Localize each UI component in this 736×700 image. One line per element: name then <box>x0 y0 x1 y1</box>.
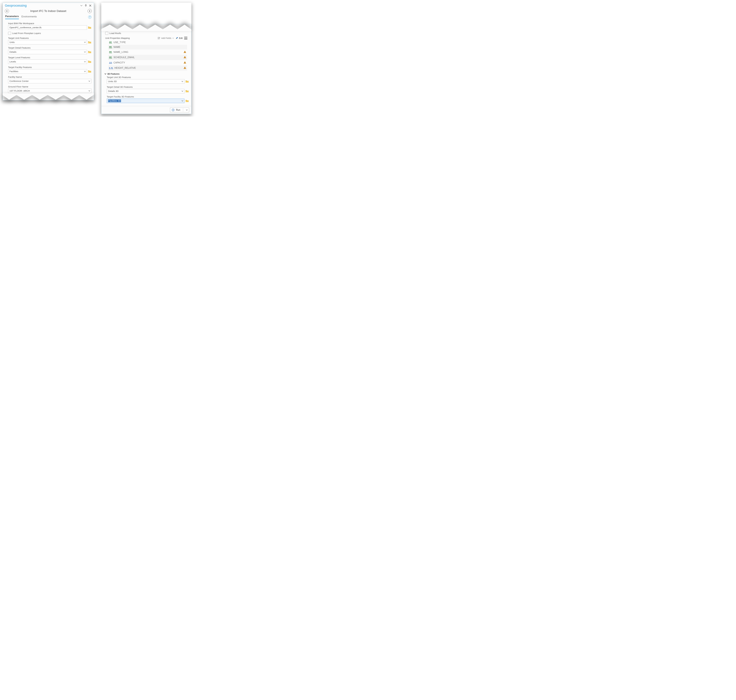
tab-environments[interactable]: Environments <box>22 15 37 19</box>
ground-floor-value: 1ST FLOOR- ARCH <box>9 90 30 92</box>
section-3d-header[interactable]: 3D Features <box>104 73 189 75</box>
field-name: NAME <box>113 46 186 49</box>
run-bar: Run <box>101 106 191 114</box>
target-unit-label: Target Unit Features <box>8 37 91 40</box>
load-floorplan-label: Load From Floorplan Layers <box>12 32 41 35</box>
pencil-icon <box>175 37 178 40</box>
chevron-down-icon <box>84 71 86 72</box>
target-facility3d-combo[interactable]: Facilities 3D <box>107 99 184 103</box>
target-unit3d-combo[interactable]: Units 3D <box>107 79 184 84</box>
browse-icon[interactable] <box>185 99 189 103</box>
parameters-form: Input BIM File Workspace OpenIFC_confere… <box>3 19 94 100</box>
load-roofs-checkbox[interactable]: Load Roofs <box>105 32 189 35</box>
field-name: NAME_LONG <box>113 51 182 53</box>
browse-icon[interactable] <box>88 26 91 29</box>
menu-icon[interactable] <box>184 37 187 40</box>
target-unit-value: Units <box>9 41 15 44</box>
chevron-down-icon <box>88 80 90 82</box>
chevron-down-icon <box>181 80 184 82</box>
section-3d-label: 3D Features <box>107 73 119 75</box>
browse-icon[interactable] <box>88 40 91 44</box>
mapping-item[interactable]: ABCNAME_LONG <box>108 50 187 55</box>
target-facility-value: Facilities <box>9 70 18 73</box>
chevron-down-icon <box>181 90 184 92</box>
chevron-down-icon <box>172 37 174 39</box>
target-detail3d-combo[interactable]: Details 3D <box>107 89 184 93</box>
field-type-icon: ABC <box>109 51 112 53</box>
target-facility-combo[interactable]: Facilities <box>8 69 87 74</box>
browse-icon[interactable] <box>88 70 91 73</box>
field-type-icon: ABC <box>109 41 112 43</box>
run-button[interactable]: Run <box>170 107 189 112</box>
svg-rect-16 <box>185 62 185 63</box>
mapping-item[interactable]: 0.01HEIGHT_RELATIVE <box>108 65 187 71</box>
svg-rect-13 <box>185 52 185 53</box>
mapping-list: ABCUSE_TYPEABCNAMEABCNAME_LONGABCSCHEDUL… <box>108 40 187 71</box>
target-facility-label: Target Facility Features <box>8 66 91 69</box>
chevron-down-icon <box>84 41 86 43</box>
tool-tabs: Parameters Environments ? <box>3 14 94 19</box>
target-level-value: Levels <box>9 60 16 63</box>
mapping-item[interactable]: ABCSCHEDULE_EMAIL <box>108 55 187 60</box>
mapping-item[interactable]: 123CAPACITY <box>108 60 187 65</box>
add-button[interactable] <box>88 9 92 13</box>
target-facility3d-label: Target Facility 3D Features <box>107 96 189 98</box>
play-icon <box>172 109 175 112</box>
target-detail-combo[interactable]: Details <box>8 50 87 54</box>
target-detail-label: Target Detail Features <box>8 47 91 49</box>
svg-rect-14 <box>185 57 185 57</box>
svg-rect-17 <box>185 63 185 63</box>
pane-title: Geoprocessing <box>5 4 78 7</box>
target-level-label: Target Level Features <box>8 56 91 59</box>
mapping-item[interactable]: ABCNAME <box>108 45 187 50</box>
target-level-combo[interactable]: Levels <box>8 59 87 64</box>
warning-icon <box>184 50 186 54</box>
titlebar: Geoprocessing <box>3 3 94 7</box>
mapping-item[interactable]: ABCUSE_TYPE <box>108 40 187 45</box>
back-button[interactable] <box>5 9 9 13</box>
warning-icon <box>184 56 186 59</box>
chevron-down-icon <box>181 100 184 102</box>
checkbox-icon <box>8 32 11 35</box>
add-fields-button[interactable]: Add Fields <box>158 37 174 40</box>
tool-header: Import IFC To Indoor Dataset <box>3 7 94 14</box>
target-unit3d-value: Units 3D <box>108 80 117 83</box>
svg-rect-18 <box>185 67 185 68</box>
target-unit3d-label: Target Unit 3D Features <box>107 76 189 79</box>
svg-rect-12 <box>185 51 185 52</box>
target-facility3d-value: Facilities 3D <box>108 100 121 102</box>
load-floorplan-checkbox[interactable]: Load From Floorplan Layers <box>8 32 91 35</box>
browse-icon[interactable] <box>88 50 91 54</box>
facility-name-label: Facility Name <box>8 76 91 78</box>
field-type-icon: 123 <box>109 62 112 64</box>
ground-floor-combo[interactable]: 1ST FLOOR- ARCH <box>8 89 91 93</box>
edit-label: Edit <box>179 37 183 39</box>
field-name: CAPACITY <box>113 62 182 64</box>
browse-icon[interactable] <box>185 89 189 93</box>
facility-name-value: Conference Center <box>9 80 29 82</box>
browse-icon[interactable] <box>88 60 91 63</box>
minimize-icon[interactable] <box>80 4 83 7</box>
chevron-down-icon <box>84 51 86 53</box>
facility-name-combo[interactable]: Conference Center <box>8 79 91 83</box>
ground-floor-label: Ground Floor Name <box>8 85 91 88</box>
field-name: SCHEDULE_EMAIL <box>113 56 182 59</box>
field-name: USE_TYPE <box>113 41 186 44</box>
browse-icon[interactable] <box>185 79 189 83</box>
close-icon[interactable] <box>89 4 92 7</box>
input-bim-field[interactable]: OpenIFC_conference_center.ifc <box>8 25 87 30</box>
svg-rect-19 <box>185 68 185 69</box>
pin-icon[interactable] <box>84 4 87 7</box>
field-name: HEIGHT_RELATIVE <box>115 67 182 69</box>
geoprocessing-panel-bottom: Load Roofs Unit Properties Mapping Add F… <box>101 24 191 114</box>
edit-button[interactable]: Edit <box>175 37 183 40</box>
warning-icon <box>184 66 186 70</box>
torn-edge-icon <box>3 93 94 100</box>
help-icon[interactable]: ? <box>88 15 91 19</box>
target-unit-combo[interactable]: Units <box>8 40 87 44</box>
load-roofs-label: Load Roofs <box>109 32 121 35</box>
run-label: Run <box>176 109 180 111</box>
target-detail3d-value: Details 3D <box>108 90 119 93</box>
torn-edge-icon <box>101 24 191 31</box>
tab-parameters[interactable]: Parameters <box>5 15 19 19</box>
